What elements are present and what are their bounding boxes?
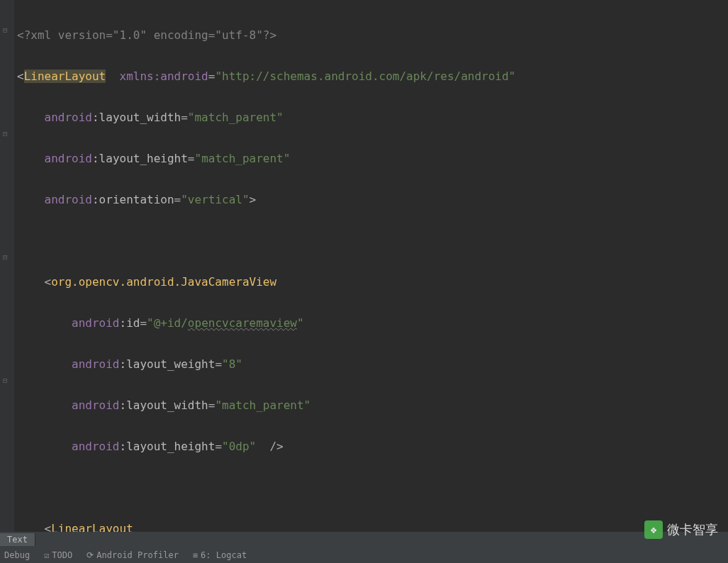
- editor-area[interactable]: ⊟ ⊟ ⊟ ⊟ <?xml version="1.0" encoding="ut…: [0, 0, 728, 536]
- fold-marker-icon[interactable]: ⊟: [3, 376, 8, 385]
- tool-profiler[interactable]: ⟳ Android Profiler: [86, 550, 179, 560]
- xml-prolog: <?xml version="1.0" encoding="utf-8"?>: [17, 28, 276, 42]
- code-content[interactable]: <?xml version="1.0" encoding="utf-8"?> <…: [14, 0, 728, 536]
- tab-text[interactable]: Text: [0, 533, 35, 546]
- bottom-tabs: Text: [0, 532, 728, 547]
- fold-marker-icon[interactable]: ⊟: [3, 252, 8, 262]
- tool-debug[interactable]: Debug: [4, 550, 30, 560]
- fold-marker-icon[interactable]: ⊟: [3, 129, 8, 138]
- gutter: ⊟ ⊟ ⊟ ⊟: [0, 0, 14, 536]
- tool-todo[interactable]: ☑ TODO: [44, 550, 72, 560]
- fold-marker-icon[interactable]: ⊟: [3, 26, 8, 35]
- watermark-text: 微卡智享: [667, 521, 718, 538]
- tool-logcat[interactable]: ≡ 6: Logcat: [193, 550, 247, 560]
- camera-tag: org.opencv.android.JavaCameraView: [51, 275, 276, 289]
- watermark: ❖ 微卡智享: [644, 520, 718, 539]
- wechat-icon: ❖: [644, 520, 663, 539]
- root-tag: LinearLayout: [24, 69, 106, 83]
- tool-window-bar: Debug ☑ TODO ⟳ Android Profiler ≡ 6: Log…: [0, 547, 728, 563]
